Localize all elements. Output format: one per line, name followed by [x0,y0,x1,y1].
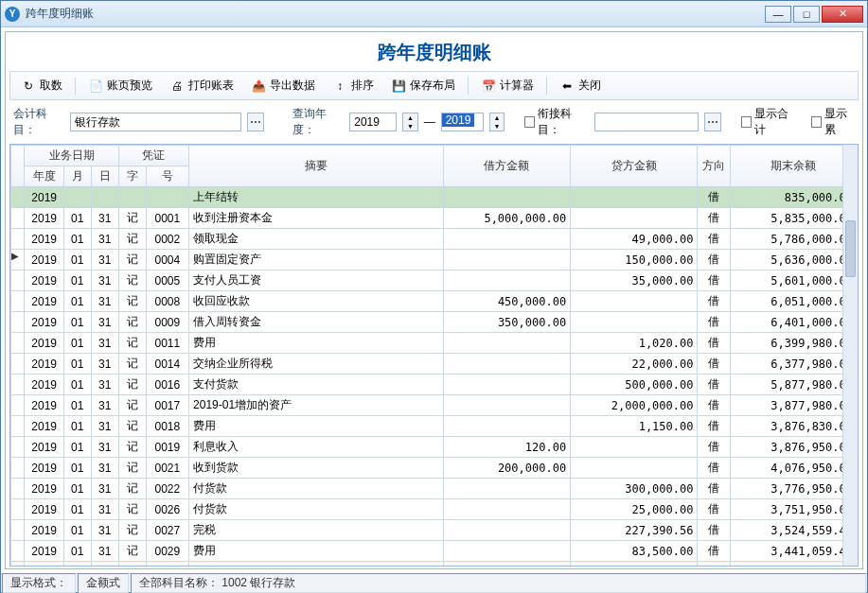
year-label: 查询年度： [292,106,344,138]
row-indicator-icon: ▶ [11,251,19,261]
year-to-spinner[interactable]: ▲▼ [489,113,505,131]
save-icon: 💾 [391,78,406,94]
preview-button[interactable]: 📄账页预览 [80,74,161,97]
link-subject-checkbox[interactable]: 衔接科目： [524,106,589,138]
subject-label: 会计科目： [13,106,64,138]
footer-count: 18 [189,562,444,567]
link-subject-input[interactable] [594,113,699,131]
close-button[interactable]: ✕ [822,6,863,23]
col-balance[interactable]: 期末余额 [730,146,857,187]
sort-button[interactable]: ↕排序 [324,74,382,97]
table-row[interactable]: 20190131记0008收回应收款450,000.00借6,051,000.0… [11,291,858,312]
table-row[interactable]: 20190131记0027完税227,390.56借3,524,559.44 [11,520,858,541]
export-icon: 📤 [251,78,266,94]
calculator-button[interactable]: 📅计算器 [472,74,542,97]
minimize-button[interactable]: — [765,6,791,23]
sort-icon: ↕ [332,78,347,94]
table-row[interactable]: 20190131记0026付货款25,000.00借3,751,950.00 [11,499,858,520]
table-row[interactable]: 20190131记0009借入周转资金350,000.00借6,401,000.… [11,312,858,333]
table-row[interactable]: 20190131记0018费用1,150.00借3,876,830.00 [11,416,858,437]
scroll-thumb[interactable] [845,220,856,277]
table-row[interactable]: 20190131记0029费用83,500.00借3,441,059.44 [11,541,858,562]
window-title: 跨年度明细账 [26,6,765,22]
toolbar: ↻取数 📄账页预览 🖨打印账表 📤导出数据 ↕排序 💾保存布局 📅计算器 ⬅关闭 [9,71,859,100]
calculator-icon: 📅 [481,78,496,94]
table-row[interactable]: 20190131记0021收到货款200,000.00借4,076,950.00 [11,458,858,479]
page-icon: 📄 [88,78,103,94]
print-button[interactable]: 🖨打印账表 [161,74,242,97]
dash-label: — [424,115,435,129]
col-vno[interactable]: 号 [146,166,188,187]
ellipsis-icon[interactable]: ⋯ [247,113,264,131]
col-vtype[interactable]: 字 [118,166,146,187]
ledger-table: 业务日期 凭证 摘要 借方金额 贷方金额 方向 期末余额 年度 月 日 字 号 [10,145,858,566]
col-day[interactable]: 日 [91,166,118,187]
fetch-button[interactable]: ↻取数 [12,74,71,97]
show-extra-checkbox[interactable]: 显示累 [811,106,855,138]
filter-bar: 会计科目： ⋯ 查询年度： ▲▼ — 2019 ▲▼ 衔接科目： ⋯ 显示合计 … [6,102,862,142]
table-row[interactable]: 20190131记0011费用1,020.00借6,399,980.00 [11,333,858,354]
col-year[interactable]: 年度 [25,166,63,187]
refresh-icon: ↻ [21,78,36,94]
export-button[interactable]: 📤导出数据 [242,74,324,97]
year-to-input[interactable]: 2019 [442,113,475,127]
statusbar: 显示格式： 金额式 全部科目名称： 1002 银行存款 [1,573,867,592]
show-total-checkbox[interactable]: 显示合计 [741,106,795,138]
col-month[interactable]: 月 [63,166,91,187]
table-row[interactable]: 20190131记0002领取现金49,000.00借5,786,000.00 [11,229,858,250]
col-dir[interactable]: 方向 [698,146,730,187]
vertical-scrollbar[interactable] [842,145,858,566]
status-format-value: 金额式 [78,573,129,593]
exit-icon: ⬅ [559,78,575,94]
table-row[interactable]: 20190131记0022付货款300,000.00借3,776,950.00 [11,479,858,499]
footer-debit: 6,000,120.00 [443,562,570,567]
col-summary[interactable]: 摘要 [189,146,444,187]
footer-credit: 3,394,060.56 [571,562,698,567]
table-row[interactable]: 20190131记00172019-01增加的资产2,000,000.00借3,… [11,395,858,416]
col-biz-date[interactable]: 业务日期 [25,146,118,166]
save-layout-button[interactable]: 💾保存布局 [382,74,464,97]
content-area: 跨年度明细账 ↻取数 📄账页预览 🖨打印账表 📤导出数据 ↕排序 💾保存布局 📅… [5,31,863,569]
app-icon: Y [5,7,20,22]
table-row[interactable]: 20190131记0014交纳企业所得税22,000.00借6,377,980.… [11,354,858,375]
table-row[interactable]: 20190131记0001收到注册资本金5,000,000.00借5,835,0… [11,208,858,229]
col-voucher[interactable]: 凭证 [118,146,188,166]
table-row[interactable]: 20190131记0004购置固定资产150,000.00借5,636,000.… [11,250,858,270]
table-row[interactable]: 20190131记0019利息收入120.00借3,876,950.00 [11,437,858,458]
subject-input[interactable] [70,113,241,131]
col-credit[interactable]: 贷方金额 [571,146,698,187]
status-subject: 全部科目名称： 1002 银行存款 [131,573,866,593]
printer-icon: 🖨 [169,78,185,94]
table-row[interactable]: 2019上年结转借835,000.00 [11,187,858,208]
year-from-input[interactable] [349,113,397,131]
col-debit[interactable]: 借方金额 [443,146,570,187]
page-title: 跨年度明细账 [6,32,862,69]
status-format-label: 显示格式： [2,573,76,593]
close-toolbar-button[interactable]: ⬅关闭 [551,74,610,97]
titlebar: Y 跨年度明细账 — □ ✕ [1,1,867,27]
app-window: Y 跨年度明细账 — □ ✕ 跨年度明细账 ↻取数 📄账页预览 🖨打印账表 📤导… [0,0,868,593]
maximize-button[interactable]: □ [793,6,820,23]
data-grid: ▶ 业务日期 凭证 摘要 借方金额 贷方金额 方向 期末余额 年度 [9,144,859,567]
table-row[interactable]: 20190131记0016支付货款500,000.00借5,877,980.00 [11,375,858,395]
ellipsis-icon[interactable]: ⋯ [704,113,721,131]
table-row[interactable]: 20190131记0005支付人员工资35,000.00借5,601,000.0… [11,270,858,291]
footer-row: 18 6,000,120.00 3,394,060.56 [11,562,858,567]
year-from-spinner[interactable]: ▲▼ [402,113,417,131]
